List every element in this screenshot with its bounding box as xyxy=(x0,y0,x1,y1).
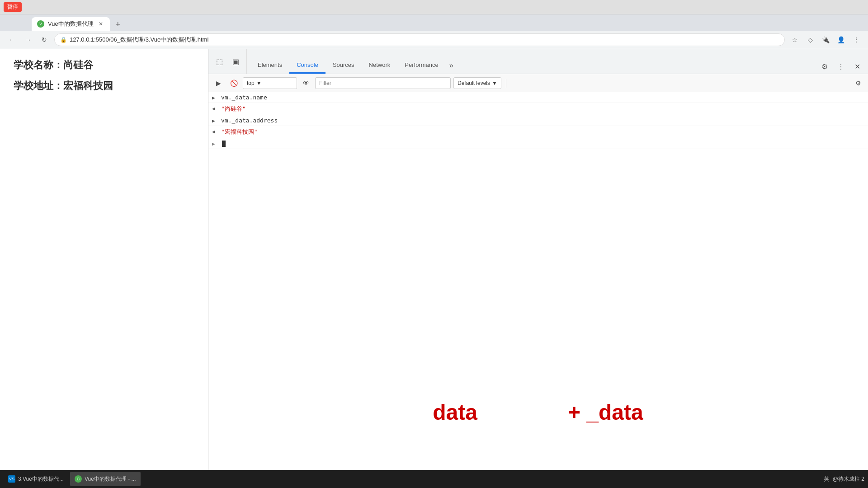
school-address-label: 学校地址： xyxy=(14,80,63,91)
console-entry-3: ▶ vm._data.address xyxy=(208,115,868,126)
more-options-button[interactable]: ⋮ xyxy=(834,59,848,74)
levels-select[interactable]: Default levels ▼ xyxy=(453,77,501,89)
console-entry-2: ◀ "尚硅谷" xyxy=(208,103,868,115)
taskbar-user: @待木成柱 2 xyxy=(833,475,864,483)
levels-value: Default levels xyxy=(458,80,490,86)
refresh-button[interactable]: ↻ xyxy=(38,33,51,46)
console-settings-button[interactable]: ⚙ xyxy=(852,77,864,89)
taskbar-item-chrome-label: Vue中的数据代理 - ... xyxy=(85,475,136,483)
taskbar-bottom: VS 3.Vue中的数据代... C Vue中的数据代理 - ... 英 @待木… xyxy=(0,470,868,488)
chrome-icon: C xyxy=(75,475,82,483)
context-value: top xyxy=(247,80,255,86)
back-button[interactable]: ← xyxy=(5,33,18,46)
more-tabs-button[interactable]: » xyxy=(446,57,457,74)
address-text: 127.0.0.1:5500/06_数据代理/3.Vue中的数据代理.html xyxy=(70,36,779,44)
pause-badge: 暂停 xyxy=(4,2,22,12)
expand-arrow-3[interactable]: ▶ xyxy=(212,117,221,124)
devtools-tools-left: ⬚ ▣ xyxy=(212,49,247,74)
collapse-arrow-4[interactable]: ◀ xyxy=(212,128,221,135)
devtools-tabs: ⬚ ▣ Elements Console Sources Network Per… xyxy=(208,49,868,74)
content-wrapper: 学校名称：尚硅谷 学校地址：宏福科技园 ⬚ ▣ Elements Console… xyxy=(0,49,868,470)
console-input-line[interactable]: ▶ xyxy=(208,138,868,149)
levels-chevron: ▼ xyxy=(492,80,497,86)
clear-button[interactable]: 🚫 xyxy=(227,77,240,89)
page-content: 学校名称：尚硅谷 学校地址：宏福科技园 xyxy=(0,49,208,470)
nav-right: ☆ ◇ 🔌 👤 ⋮ xyxy=(788,33,863,46)
console-text-3: vm._data.address xyxy=(221,117,864,124)
taskbar-right: 英 @待木成柱 2 xyxy=(824,475,864,483)
bookmark-button[interactable]: ☆ xyxy=(788,33,801,46)
console-text-2: "尚硅谷" xyxy=(221,105,864,113)
console-cursor xyxy=(222,141,226,147)
device-button[interactable]: ▣ xyxy=(228,54,243,69)
input-prompt: ▶ xyxy=(212,140,221,147)
inspect-button[interactable]: ⬚ xyxy=(212,54,226,69)
taskbar-top: 暂停 xyxy=(0,0,868,14)
tab-favicon: V xyxy=(37,20,44,28)
context-chevron: ▼ xyxy=(256,80,262,86)
school-name-label: 学校名称： xyxy=(14,59,63,70)
profile-button[interactable]: ◇ xyxy=(804,33,816,46)
console-entry-1: ▶ vm._data.name xyxy=(208,92,868,103)
devtools-right-buttons: ⚙ ⋮ ✕ xyxy=(817,59,868,74)
extensions-button[interactable]: 🔌 xyxy=(819,33,832,46)
console-output: ▶ vm._data.name ◀ "尚硅谷" ▶ vm._data.addre… xyxy=(208,92,868,470)
new-tab-button[interactable]: + xyxy=(112,18,124,31)
school-name: 学校名称：尚硅谷 xyxy=(14,58,194,72)
tab-performance[interactable]: Performance xyxy=(397,57,445,74)
tab-bar: V Vue中的数据代理 ✕ + xyxy=(0,14,868,31)
console-entry-4: ◀ "宏福科技园" xyxy=(208,126,868,138)
account-button[interactable]: 👤 xyxy=(835,33,847,46)
vs-icon: VS xyxy=(8,475,15,483)
devtools-toolbar: ▶ 🚫 top ▼ 👁 Default levels ▼ ⚙ xyxy=(208,74,868,92)
tab-console[interactable]: Console xyxy=(289,57,326,74)
close-devtools-button[interactable]: ✕ xyxy=(850,59,864,74)
school-address: 学校地址：宏福科技园 xyxy=(14,79,194,93)
filter-input[interactable] xyxy=(315,77,451,89)
school-address-value: 宏福科技园 xyxy=(63,80,113,91)
tab-close-button[interactable]: ✕ xyxy=(97,20,104,28)
console-text-4: "宏福科技园" xyxy=(221,128,864,136)
lock-icon: 🔒 xyxy=(60,37,67,43)
forward-button[interactable]: → xyxy=(22,33,34,46)
menu-button[interactable]: ⋮ xyxy=(850,33,863,46)
tab-title: Vue中的数据代理 xyxy=(48,20,94,28)
run-button[interactable]: ▶ xyxy=(212,77,225,89)
context-select[interactable]: top ▼ xyxy=(243,77,297,89)
eye-button[interactable]: 👁 xyxy=(300,77,312,89)
toolbar-divider xyxy=(506,79,506,88)
address-bar[interactable]: 🔒 127.0.0.1:5500/06_数据代理/3.Vue中的数据代理.htm… xyxy=(54,33,785,46)
devtools-panel: ⬚ ▣ Elements Console Sources Network Per… xyxy=(208,49,868,470)
taskbar-item-vs[interactable]: VS 3.Vue中的数据代... xyxy=(4,472,68,486)
taskbar-item-chrome[interactable]: C Vue中的数据代理 - ... xyxy=(70,472,141,486)
tab-elements[interactable]: Elements xyxy=(250,57,289,74)
collapse-arrow-2[interactable]: ◀ xyxy=(212,105,221,112)
settings-button[interactable]: ⚙ xyxy=(817,59,832,74)
school-name-value: 尚硅谷 xyxy=(63,59,93,70)
tab-sources[interactable]: Sources xyxy=(326,57,362,74)
browser-chrome: V Vue中的数据代理 ✕ + ← → ↻ 🔒 127.0.0.1:5500/0… xyxy=(0,14,868,49)
tab-network[interactable]: Network xyxy=(362,57,398,74)
expand-arrow-1[interactable]: ▶ xyxy=(212,94,221,101)
active-tab[interactable]: V Vue中的数据代理 ✕ xyxy=(32,17,110,31)
taskbar-lang: 英 xyxy=(824,475,829,483)
nav-bar: ← → ↻ 🔒 127.0.0.1:5500/06_数据代理/3.Vue中的数据… xyxy=(0,31,868,49)
taskbar-item-vs-label: 3.Vue中的数据代... xyxy=(18,475,64,483)
console-text-1: vm._data.name xyxy=(221,94,864,101)
